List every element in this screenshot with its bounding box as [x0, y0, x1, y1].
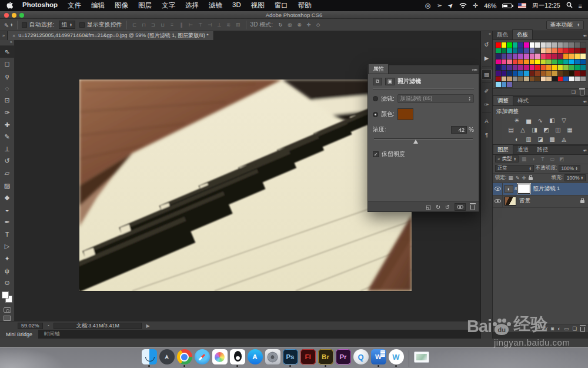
swatch[interactable]	[530, 77, 535, 82]
swatch[interactable]	[574, 65, 580, 70]
color-balance-icon[interactable]: △	[518, 126, 528, 134]
crop-tool[interactable]: ⊡	[0, 94, 14, 107]
swatch[interactable]	[513, 48, 518, 54]
swatch[interactable]	[496, 65, 501, 70]
swatch[interactable]	[502, 65, 507, 70]
quick-select-tool[interactable]: ◌	[0, 82, 14, 95]
layer-mask-thumbnail[interactable]	[518, 184, 530, 193]
swatch[interactable]	[580, 77, 586, 82]
layer-row-background[interactable]: 背景	[493, 195, 588, 208]
swatch[interactable]	[541, 65, 546, 70]
swatch[interactable]	[513, 77, 518, 82]
hand-tool[interactable]: ψ	[0, 264, 14, 277]
type-filter-icon[interactable]: T	[539, 156, 546, 162]
clock[interactable]: 周一12:25	[532, 2, 560, 10]
location-icon[interactable]: ➤	[446, 1, 456, 11]
swatch[interactable]	[535, 77, 540, 82]
swatch[interactable]	[558, 71, 563, 76]
dock-w-app[interactable]: W	[389, 349, 404, 367]
flag-icon[interactable]	[518, 3, 526, 8]
smart-filter-icon[interactable]: ◩	[558, 156, 565, 162]
dock-photoshop[interactable]: Ps	[283, 349, 298, 367]
swatch[interactable]	[513, 59, 518, 65]
swatch[interactable]	[541, 77, 546, 82]
3d-mode-icon-2[interactable]: ⊕	[296, 22, 303, 28]
swatch[interactable]	[535, 54, 540, 59]
swatch[interactable]	[518, 48, 523, 54]
swatch[interactable]	[496, 71, 501, 76]
battery-icon[interactable]	[502, 4, 512, 8]
swatch[interactable]	[574, 54, 580, 59]
preserve-luminosity-checkbox[interactable]: ✓	[373, 151, 379, 157]
bottom-tab-1[interactable]: 时间轴	[38, 330, 66, 339]
swatch[interactable]	[507, 54, 512, 59]
swatch[interactable]	[518, 59, 523, 65]
swatch[interactable]	[563, 65, 569, 70]
swatch[interactable]	[496, 42, 501, 48]
swatch[interactable]	[530, 59, 535, 65]
swatch[interactable]	[513, 71, 518, 76]
swatch[interactable]	[580, 59, 586, 65]
dock-app-store[interactable]: A	[248, 349, 263, 367]
delete-swatch-icon[interactable]	[580, 90, 584, 95]
history-brush-tool[interactable]: ↺	[0, 155, 14, 168]
swatch[interactable]	[502, 42, 507, 48]
swatch[interactable]	[569, 65, 574, 70]
swatch[interactable]	[524, 42, 529, 48]
brush-tool[interactable]: ✎	[0, 131, 14, 143]
move-tool[interactable]: ⇖	[0, 46, 14, 58]
swatch[interactable]	[574, 48, 580, 54]
paragraph-panel-icon[interactable]: ¶	[482, 129, 492, 140]
layer-visibility-icon[interactable]	[493, 183, 503, 195]
show-transform-checkbox[interactable]: 显示变换控件	[79, 21, 122, 29]
wifi-icon[interactable]	[459, 2, 467, 9]
previous-state-icon[interactable]: ↻	[436, 204, 440, 210]
creative-cloud-icon[interactable]: ◎	[425, 2, 431, 9]
menu-item-6[interactable]: 选择	[185, 1, 199, 10]
lock-transparent-icon[interactable]: ▦	[508, 175, 513, 181]
swatch[interactable]	[535, 42, 540, 48]
swatch[interactable]	[518, 71, 523, 76]
swatch[interactable]	[558, 77, 563, 82]
minimize-window-button[interactable]	[12, 13, 16, 18]
dock-document-preview[interactable]	[414, 349, 429, 365]
auto-select-dropdown[interactable]: 组	[59, 21, 75, 29]
swatch[interactable]	[552, 59, 557, 65]
adjustment-filter-icon[interactable]: ◑	[530, 156, 537, 162]
close-window-button[interactable]	[4, 13, 9, 18]
swatch[interactable]	[546, 42, 552, 48]
tab-adjust-0[interactable]: 调整	[493, 95, 513, 105]
panel-dock-collapse-icon[interactable]: «	[489, 32, 492, 38]
swatch[interactable]	[496, 59, 501, 65]
clip-to-layer-icon[interactable]: ◱	[426, 204, 431, 210]
spotlight-icon[interactable]	[566, 2, 573, 9]
dock-trash[interactable]	[432, 349, 447, 367]
path-select-tool[interactable]: ▷	[0, 240, 14, 253]
clone-stamp-tool[interactable]: ⊥	[0, 143, 14, 155]
tools-collapse-icon[interactable]: »	[0, 40, 14, 46]
link-layers-icon[interactable]: ☍	[535, 326, 540, 331]
swatch[interactable]	[507, 42, 512, 48]
swatch[interactable]	[552, 42, 557, 48]
swatch[interactable]	[535, 48, 540, 54]
dock-system-preferences[interactable]	[265, 349, 280, 367]
threshold-icon[interactable]: ◪	[536, 135, 546, 144]
remote-icon[interactable]: ➣	[437, 2, 442, 9]
swatch[interactable]	[507, 71, 512, 76]
swatch[interactable]	[569, 77, 574, 82]
swatch[interactable]	[513, 65, 518, 70]
panel-menu-icon[interactable]: » ▾≡	[472, 68, 477, 72]
delete-adjustment-icon[interactable]	[470, 205, 475, 210]
screen-mode-icon[interactable]	[4, 316, 11, 321]
battery-percent[interactable]: 46%	[484, 2, 496, 9]
3d-mode-icon-1[interactable]: ◎	[286, 22, 293, 28]
swatch[interactable]	[558, 54, 563, 59]
new-group-icon[interactable]: ▭	[564, 326, 569, 331]
menu-item-10[interactable]: 窗口	[275, 1, 288, 10]
tab-layers-1[interactable]: 通道	[513, 145, 533, 154]
swatch[interactable]	[558, 48, 563, 54]
layer-row-photo-filter[interactable]: ◐ 8 照片滤镜 1	[493, 183, 588, 195]
swatch[interactable]	[524, 54, 529, 59]
swatch[interactable]	[558, 65, 563, 70]
vibrance-icon[interactable]: ▽	[559, 117, 569, 125]
